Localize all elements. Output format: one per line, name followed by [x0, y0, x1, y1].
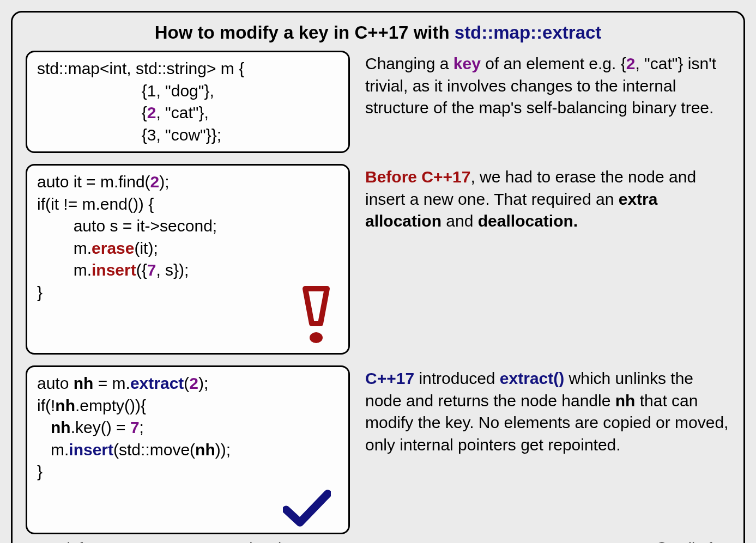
- footer-reference: More info: H.Sutter, More Exceptional C+…: [28, 540, 418, 544]
- code-box-cpp17: auto nh = m.extract(2); if(!nh.empty()){…: [26, 365, 350, 534]
- warning-exclamation-icon: [299, 285, 333, 345]
- desc-declaration: Changing a key of an element e.g. {2, "c…: [365, 51, 730, 153]
- svg-point-0: [310, 332, 323, 343]
- footer: More info: H.Sutter, More Exceptional C+…: [26, 540, 730, 544]
- card-title: How to modify a key in C++17 with std::m…: [26, 22, 730, 43]
- row-cpp17: auto nh = m.extract(2); if(!nh.empty()){…: [26, 365, 730, 534]
- row-declaration: std::map<int, std::string> m { {1, "dog"…: [26, 51, 730, 153]
- footer-handle: @walletfox: [654, 540, 728, 544]
- desc-cpp17: C++17 introduced extract() which unlinks…: [365, 365, 730, 534]
- row-before-cpp17: auto it = m.find(2); if(it != m.end()) {…: [26, 164, 730, 355]
- title-highlight: std::map::extract: [455, 22, 602, 42]
- desc-before: Before C++17, we had to erase the node a…: [365, 164, 730, 355]
- info-card: How to modify a key in C++17 with std::m…: [11, 11, 745, 543]
- code-box-declaration: std::map<int, std::string> m { {1, "dog"…: [26, 51, 350, 153]
- title-prefix: How to modify a key in C++17 with: [155, 22, 455, 42]
- check-icon: [283, 489, 331, 527]
- code-box-before: auto it = m.find(2); if(it != m.end()) {…: [26, 164, 350, 355]
